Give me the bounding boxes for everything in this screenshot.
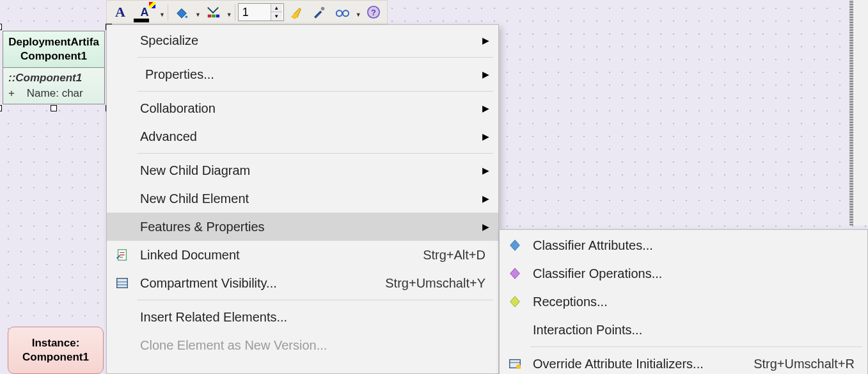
resize-handle[interactable]	[0, 105, 2, 111]
toolbar-separator	[168, 4, 168, 20]
submenu-override-attribute[interactable]: Override Attribute Initializers... Strg+…	[500, 350, 867, 374]
dropdown-arrow-icon[interactable]: ▼	[195, 12, 201, 18]
submenu-arrow-icon: ▶	[482, 193, 489, 204]
svg-rect-2	[212, 15, 216, 18]
glasses-button[interactable]	[331, 2, 353, 22]
font-button[interactable]: A	[109, 2, 131, 22]
component-body: ::Component1 + Name: char	[3, 68, 104, 104]
format-toolbar: A A ▼ ▼ ▼ ▲ ▼ ▼	[106, 0, 388, 24]
menu-properties[interactable]: Properties... ▶	[107, 60, 498, 88]
font-color-button[interactable]: A	[132, 2, 157, 22]
submenu-arrow-icon: ▶	[482, 35, 489, 45]
menu-advanced[interactable]: Advanced ▶	[107, 122, 498, 150]
line-color-button[interactable]	[202, 2, 224, 22]
submenu-arrow-icon: ▶	[482, 103, 489, 113]
spinner-down[interactable]: ▼	[271, 12, 282, 20]
menu-separator	[530, 346, 862, 347]
toolbar-separator	[235, 4, 235, 20]
component-title-line2: Component1	[6, 49, 102, 63]
attribute-icon	[500, 238, 530, 252]
menu-clone-element: Clone Element as New Version...	[107, 331, 498, 359]
component-title-line1: DeploymentArtifa	[6, 35, 102, 49]
menu-compartment-visibility[interactable]: Compartment Visibility... Strg+Umschalt+…	[107, 269, 498, 297]
submenu-arrow-icon: ▶	[482, 69, 489, 79]
diagram-canvas[interactable]: A A ▼ ▼ ▼ ▲ ▼ ▼	[0, 0, 868, 374]
line-width-spinner[interactable]: ▲ ▼	[238, 3, 284, 21]
highlighter-button[interactable]	[285, 2, 307, 22]
menu-collaboration[interactable]: Collaboration ▶	[107, 94, 498, 122]
operation-icon	[500, 266, 530, 280]
instance-element[interactable]: Instance: Component1	[8, 327, 104, 374]
component-header: DeploymentArtifa Component1	[3, 31, 104, 68]
context-menu: Specialize ▶ Properties... ▶ Collaborati…	[106, 24, 499, 374]
color-picker-button[interactable]	[308, 2, 330, 22]
resize-handle[interactable]	[0, 24, 2, 30]
menu-new-child-element[interactable]: New Child Element ▶	[107, 184, 498, 213]
submenu-classifier-attributes[interactable]: Classifier Attributes...	[500, 231, 867, 259]
fill-color-button[interactable]	[171, 2, 193, 22]
menu-separator	[138, 91, 493, 92]
instance-title-line2: Component1	[22, 350, 89, 364]
submenu-receptions[interactable]: Receptions...	[500, 288, 867, 316]
menu-separator	[138, 153, 493, 154]
dropdown-arrow-icon[interactable]: ▼	[159, 12, 165, 18]
svg-point-15	[516, 364, 521, 369]
menu-insert-related[interactable]: Insert Related Elements...	[107, 303, 498, 331]
menu-specialize[interactable]: Specialize ▶	[107, 26, 498, 54]
menu-linked-document[interactable]: Linked Document Strg+Alt+D	[107, 241, 498, 269]
svg-rect-1	[208, 15, 212, 18]
override-icon	[500, 357, 530, 371]
dropdown-arrow-icon[interactable]: ▼	[356, 12, 361, 18]
svg-point-5	[336, 10, 342, 16]
menu-features-properties[interactable]: Features & Properties ▶	[107, 213, 498, 241]
svg-point-6	[343, 10, 349, 16]
compartment-icon	[107, 276, 138, 290]
component-section-name: ::Component1	[8, 72, 99, 85]
vertical-scrollbar[interactable]	[853, 0, 868, 225]
submenu-arrow-icon: ▶	[482, 131, 489, 142]
menu-shortcut: Strg+Alt+D	[410, 248, 485, 263]
menu-new-child-diagram[interactable]: New Child Diagram ▶	[107, 156, 498, 184]
help-button[interactable]: ?	[363, 2, 384, 22]
instance-title-line1: Instance:	[32, 336, 80, 350]
submenu-arrow-icon: ▶	[482, 165, 489, 175]
attr-visibility: +	[8, 87, 15, 99]
submenu-arrow-icon: ▶	[482, 222, 489, 232]
menu-separator	[138, 57, 493, 58]
svg-point-4	[321, 7, 325, 11]
line-width-input[interactable]	[239, 4, 271, 20]
svg-text:?: ?	[371, 8, 376, 17]
menu-shortcut: Strg+Umschalt+R	[741, 357, 855, 371]
svg-rect-3	[216, 15, 219, 18]
submenu-classifier-operations[interactable]: Classifier Operations...	[500, 259, 867, 288]
component-element[interactable]: DeploymentArtifa Component1 ::Component1…	[3, 31, 105, 104]
menu-separator	[138, 300, 493, 300]
reception-icon	[500, 295, 530, 309]
svg-point-0	[185, 16, 187, 19]
spinner-up[interactable]: ▲	[271, 4, 282, 12]
linked-document-icon	[107, 248, 138, 262]
svg-rect-10	[117, 279, 128, 288]
dropdown-arrow-icon[interactable]: ▼	[226, 12, 232, 18]
resize-handle[interactable]	[51, 105, 57, 111]
submenu-features-properties: Classifier Attributes... Classifier Oper…	[499, 229, 868, 374]
attr-text: Name: char	[27, 87, 83, 99]
menu-shortcut: Strg+Umschalt+Y	[372, 276, 485, 291]
submenu-interaction-points[interactable]: Interaction Points...	[500, 316, 867, 344]
